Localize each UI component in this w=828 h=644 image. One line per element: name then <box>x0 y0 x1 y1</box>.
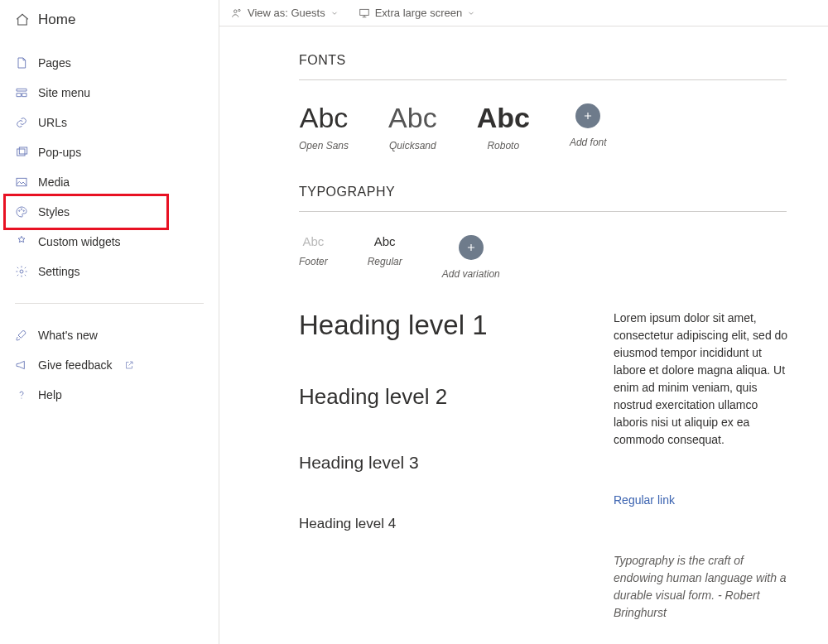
sidebar-item-label: Pages <box>38 56 71 70</box>
typography-section-title: TYPOGRAPHY <box>299 185 828 211</box>
megaphone-icon <box>15 358 28 372</box>
variation-sample: Abc <box>374 235 396 248</box>
sitemap-icon <box>15 86 28 99</box>
monitor-icon <box>359 7 370 19</box>
view-as-label: View as: Guests <box>248 7 325 19</box>
external-link-icon <box>124 360 134 370</box>
regular-link-sample[interactable]: Regular link <box>614 493 675 507</box>
typography-variation-regular[interactable]: Abc Regular <box>368 235 402 267</box>
sidebar-item-label: Site menu <box>38 86 90 99</box>
svg-point-5 <box>23 210 24 211</box>
sidebar-item-label: URLs <box>38 116 67 129</box>
sidebar-item-custom-widgets[interactable]: Custom widgets <box>0 227 219 257</box>
svg-rect-2 <box>17 178 26 185</box>
sidebar-item-popups[interactable]: Pop-ups <box>0 137 219 167</box>
sidebar-title: Home <box>38 12 75 28</box>
svg-point-7 <box>21 397 22 398</box>
sidebar-item-styles[interactable]: Styles <box>0 197 219 227</box>
heading-1-sample[interactable]: Heading level 1 <box>299 310 564 341</box>
svg-rect-1 <box>19 147 26 154</box>
svg-point-3 <box>19 210 20 211</box>
sidebar-item-label: Give feedback <box>38 358 113 372</box>
sidebar-item-give-feedback[interactable]: Give feedback <box>0 350 219 380</box>
add-font-button[interactable]: Add font <box>570 103 607 148</box>
sidebar-item-help[interactable]: Help <box>0 380 219 410</box>
add-variation-label: Add variation <box>442 268 500 280</box>
svg-rect-0 <box>17 149 25 156</box>
home-icon <box>15 12 30 27</box>
section-rule <box>299 211 787 212</box>
typography-row: Abc Footer Abc Regular Add variation <box>299 235 828 280</box>
heading-4-sample[interactable]: Heading level 4 <box>299 516 564 532</box>
sidebar-item-pages[interactable]: Pages <box>0 48 219 78</box>
svg-rect-10 <box>359 9 368 15</box>
media-icon <box>15 175 28 189</box>
font-name: Roboto <box>487 140 519 151</box>
chevron-down-icon <box>467 9 475 17</box>
fonts-section: FONTS Abc Open Sans Abc Quicksand Abc Ro… <box>219 53 828 185</box>
plus-icon <box>575 103 600 128</box>
font-card-roboto[interactable]: Abc Roboto <box>477 103 530 151</box>
heading-column: Heading level 1 Heading level 2 Heading … <box>299 310 564 622</box>
plus-icon <box>459 235 484 260</box>
fonts-section-title: FONTS <box>299 53 828 79</box>
sidebar-item-label: Settings <box>38 265 80 278</box>
add-variation-button[interactable]: Add variation <box>442 235 500 280</box>
sidebar-divider <box>15 303 204 304</box>
page-icon <box>15 56 28 70</box>
heading-2-sample[interactable]: Heading level 2 <box>299 384 564 410</box>
sidebar-item-whats-new[interactable]: What's new <box>0 320 219 350</box>
heading-3-sample[interactable]: Heading level 3 <box>299 453 564 473</box>
section-rule <box>299 79 787 80</box>
user-icon <box>231 7 243 19</box>
font-sample: Abc <box>388 103 437 132</box>
font-card-quicksand[interactable]: Abc Quicksand <box>388 103 437 151</box>
sidebar-item-label: Custom widgets <box>38 235 121 248</box>
font-sample: Abc <box>300 103 349 132</box>
sidebar-item-label: What's new <box>38 329 98 342</box>
variation-sample: Abc <box>302 235 324 248</box>
screen-size-dropdown[interactable]: Extra large screen <box>359 7 476 19</box>
variation-name: Regular <box>368 256 402 267</box>
gear-icon <box>15 265 28 278</box>
sidebar-item-settings[interactable]: Settings <box>0 257 219 286</box>
palette-icon <box>15 205 28 219</box>
sidebar-header[interactable]: Home <box>0 12 219 40</box>
sidebar-item-media[interactable]: Media <box>0 167 219 197</box>
main: View as: Guests Extra large screen FONTS… <box>219 0 828 644</box>
svg-point-4 <box>21 209 22 209</box>
font-sample: Abc <box>477 103 530 132</box>
sidebar: Home Pages Site menu URLs Pop-ups Media … <box>0 0 219 644</box>
typography-preview: Heading level 1 Heading level 2 Heading … <box>299 310 828 622</box>
sidebar-item-label: Pop-ups <box>38 146 81 159</box>
link-icon <box>15 116 28 129</box>
typography-section: TYPOGRAPHY Abc Footer Abc Regular Add va… <box>219 185 828 644</box>
font-name: Quicksand <box>389 140 436 151</box>
secondary-nav: What's new Give feedback Help <box>0 312 219 418</box>
fonts-row: Abc Open Sans Abc Quicksand Abc Roboto A… <box>299 103 828 151</box>
font-name: Open Sans <box>299 140 349 151</box>
quote-sample[interactable]: Typography is the craft of endowing huma… <box>614 552 795 622</box>
popup-icon <box>15 146 28 159</box>
sidebar-item-label: Help <box>38 388 62 401</box>
variation-name: Footer <box>299 256 328 267</box>
chevron-down-icon <box>330 9 339 17</box>
lorem-sample[interactable]: Lorem ipsum dolor sit amet, consectetur … <box>614 310 795 449</box>
svg-point-8 <box>234 9 238 12</box>
add-font-label: Add font <box>570 137 607 148</box>
widget-icon <box>15 235 28 248</box>
highlight-annotation <box>3 194 169 230</box>
svg-point-6 <box>20 270 23 273</box>
typography-variation-footer[interactable]: Abc Footer <box>299 235 328 267</box>
font-card-open-sans[interactable]: Abc Open Sans <box>299 103 349 151</box>
sidebar-item-urls[interactable]: URLs <box>0 108 219 137</box>
topbar: View as: Guests Extra large screen <box>219 0 828 26</box>
sidebar-item-site-menu[interactable]: Site menu <box>0 78 219 108</box>
primary-nav: Pages Site menu URLs Pop-ups Media Style… <box>0 40 219 295</box>
view-as-dropdown[interactable]: View as: Guests <box>231 7 339 19</box>
text-column: Lorem ipsum dolor sit amet, consectetur … <box>614 310 795 622</box>
content-scroll[interactable]: FONTS Abc Open Sans Abc Quicksand Abc Ro… <box>219 26 828 644</box>
help-icon <box>15 388 28 401</box>
sidebar-item-label: Styles <box>38 205 70 219</box>
sidebar-item-label: Media <box>38 175 70 189</box>
